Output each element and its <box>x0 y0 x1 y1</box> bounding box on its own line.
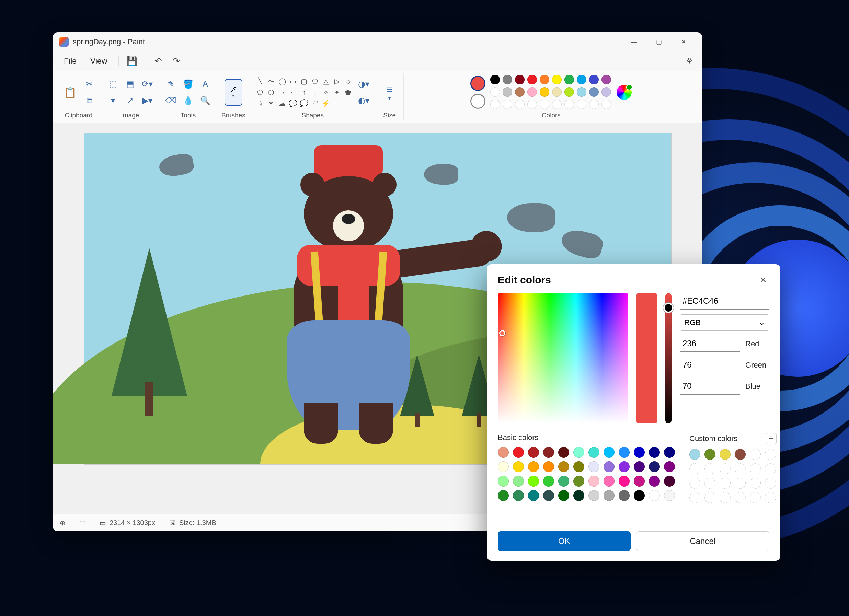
shapes-gallery[interactable]: ╲〜◯▭▢⬠△▷◇ ⬠⬡→←↑↓✧✦⬟ ☆✶☁💬💭♡⚡ <box>254 75 354 110</box>
size-selector[interactable]: ≡▾ <box>380 80 399 105</box>
custom-color-empty[interactable] <box>735 492 746 503</box>
basic-color-swatch[interactable] <box>513 447 524 458</box>
palette-swatch-empty[interactable] <box>565 100 574 109</box>
copy-button[interactable]: ⧉ <box>82 93 97 108</box>
basic-color-swatch[interactable] <box>543 461 554 472</box>
palette-swatch[interactable] <box>490 87 500 97</box>
basic-color-swatch[interactable] <box>649 476 660 487</box>
palette-swatch[interactable] <box>540 75 549 85</box>
basic-color-swatch[interactable] <box>543 476 554 487</box>
resize-button[interactable]: ⤢ <box>122 93 138 108</box>
palette-swatch[interactable] <box>515 87 524 97</box>
custom-color-empty[interactable] <box>765 449 776 460</box>
brush-selector[interactable]: 🖌 ▾ <box>225 79 242 106</box>
basic-color-swatch[interactable] <box>513 461 524 472</box>
palette-swatch-empty[interactable] <box>577 100 586 109</box>
custom-color-empty[interactable] <box>719 463 731 474</box>
custom-color-empty[interactable] <box>705 492 715 503</box>
magnifier-tool[interactable]: 🔍 <box>198 93 213 108</box>
menu-file[interactable]: File <box>58 54 82 68</box>
basic-color-swatch[interactable] <box>498 490 509 501</box>
select-button[interactable]: ⬚ <box>106 76 121 92</box>
menu-view[interactable]: View <box>85 54 113 68</box>
custom-color-swatch[interactable] <box>735 449 746 460</box>
palette-swatch[interactable] <box>565 75 574 85</box>
custom-color-empty[interactable] <box>719 492 731 503</box>
crop-button[interactable]: ⬒ <box>122 76 138 92</box>
select-dropdown[interactable]: ▾ <box>106 93 121 108</box>
custom-color-empty[interactable] <box>750 478 761 489</box>
palette-swatch[interactable] <box>602 75 611 85</box>
custom-color-empty[interactable] <box>690 478 700 489</box>
shape-fill-button[interactable]: ◐▾ <box>356 93 371 108</box>
share-icon[interactable]: ⚘ <box>681 54 697 68</box>
basic-color-swatch[interactable] <box>588 447 599 458</box>
palette-swatch[interactable] <box>589 87 599 97</box>
edit-colors-button[interactable] <box>617 85 632 100</box>
basic-color-swatch[interactable] <box>588 490 599 501</box>
gradient-cursor[interactable] <box>499 330 505 336</box>
basic-color-swatch[interactable] <box>603 461 615 472</box>
rotate-button[interactable]: ⟳▾ <box>140 76 155 92</box>
custom-color-empty[interactable] <box>690 463 700 474</box>
custom-color-empty[interactable] <box>765 463 776 474</box>
basic-color-swatch[interactable] <box>528 461 539 472</box>
basic-color-swatch[interactable] <box>498 447 509 458</box>
basic-color-swatch[interactable] <box>634 490 645 501</box>
dialog-close-button[interactable]: ✕ <box>757 274 769 286</box>
palette-swatch-empty[interactable] <box>602 100 611 109</box>
lightness-thumb[interactable] <box>663 303 673 313</box>
basic-color-swatch[interactable] <box>573 490 584 501</box>
basic-color-swatch[interactable] <box>619 461 630 472</box>
basic-color-swatch[interactable] <box>603 447 615 458</box>
basic-color-swatch[interactable] <box>649 461 660 472</box>
custom-color-empty[interactable] <box>735 478 746 489</box>
lightness-slider[interactable] <box>665 293 672 424</box>
flip-button[interactable]: ▶▾ <box>140 93 155 108</box>
custom-color-empty[interactable] <box>735 463 746 474</box>
basic-color-swatch[interactable] <box>498 461 509 472</box>
palette-swatch-empty[interactable] <box>540 100 549 109</box>
palette-swatch[interactable] <box>527 75 537 85</box>
basic-color-swatch[interactable] <box>528 447 539 458</box>
basic-color-swatch[interactable] <box>619 476 630 487</box>
eraser-tool[interactable]: ⌫ <box>164 93 179 108</box>
basic-color-swatch[interactable] <box>619 447 630 458</box>
basic-color-swatch[interactable] <box>634 461 645 472</box>
basic-color-swatch[interactable] <box>634 447 645 458</box>
eyedropper-tool[interactable]: 💧 <box>180 93 196 108</box>
basic-color-swatch[interactable] <box>603 490 615 501</box>
basic-color-swatch[interactable] <box>558 447 569 458</box>
basic-color-swatch[interactable] <box>664 461 675 472</box>
basic-color-swatch[interactable] <box>558 461 569 472</box>
basic-color-swatch[interactable] <box>634 476 645 487</box>
basic-color-swatch[interactable] <box>528 490 539 501</box>
custom-color-empty[interactable] <box>750 492 761 503</box>
undo-icon[interactable]: ↶ <box>151 54 166 68</box>
fill-tool[interactable]: 🪣 <box>180 76 196 92</box>
palette-swatch-empty[interactable] <box>589 100 599 109</box>
custom-color-empty[interactable] <box>750 463 761 474</box>
palette-swatch-empty[interactable] <box>552 100 562 109</box>
maximize-button[interactable]: ▢ <box>646 34 671 50</box>
palette-swatch-empty[interactable] <box>527 100 537 109</box>
palette-swatch[interactable] <box>602 87 611 97</box>
save-icon[interactable]: 💾 <box>124 54 139 68</box>
basic-color-swatch[interactable] <box>664 476 675 487</box>
basic-color-swatch[interactable] <box>498 476 509 487</box>
custom-color-swatch[interactable] <box>690 449 700 460</box>
basic-color-swatch[interactable] <box>573 476 584 487</box>
custom-color-empty[interactable] <box>690 492 700 503</box>
color-gradient[interactable] <box>498 293 628 424</box>
ok-button[interactable]: OK <box>498 531 631 551</box>
basic-color-swatch[interactable] <box>558 476 569 487</box>
palette-swatch-empty[interactable] <box>490 100 500 109</box>
palette-swatch[interactable] <box>552 75 562 85</box>
basic-color-swatch[interactable] <box>543 447 554 458</box>
palette-swatch[interactable] <box>527 87 537 97</box>
basic-color-swatch[interactable] <box>588 476 599 487</box>
palette-swatch[interactable] <box>540 87 549 97</box>
minimize-button[interactable]: ― <box>622 34 646 50</box>
hex-input[interactable] <box>680 293 769 309</box>
custom-color-empty[interactable] <box>765 478 776 489</box>
